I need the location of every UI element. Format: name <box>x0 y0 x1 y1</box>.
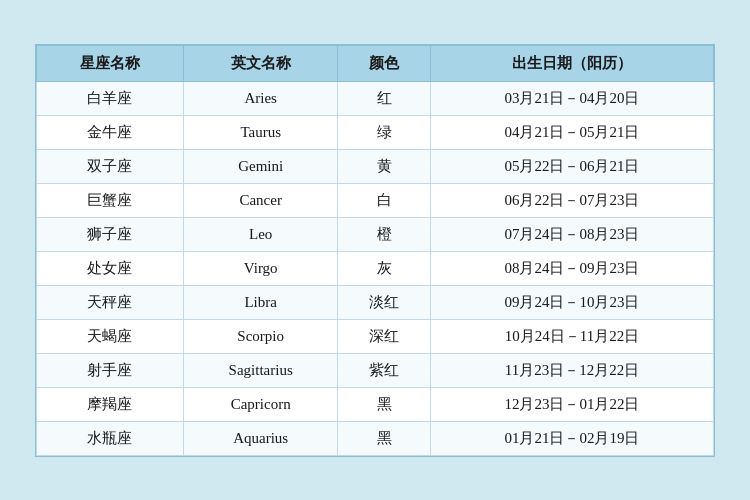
cell-dates: 04月21日－05月21日 <box>430 115 713 149</box>
zodiac-table-container: 星座名称 英文名称 颜色 出生日期（阳历） 白羊座Aries红03月21日－04… <box>35 44 715 457</box>
cell-color: 橙 <box>338 217 431 251</box>
table-row: 白羊座Aries红03月21日－04月20日 <box>37 81 714 115</box>
cell-english-name: Taurus <box>183 115 338 149</box>
cell-english-name: Leo <box>183 217 338 251</box>
header-english-name: 英文名称 <box>183 45 338 81</box>
cell-color: 紫红 <box>338 353 431 387</box>
cell-dates: 03月21日－04月20日 <box>430 81 713 115</box>
cell-chinese-name: 巨蟹座 <box>37 183 184 217</box>
header-color: 颜色 <box>338 45 431 81</box>
cell-color: 黄 <box>338 149 431 183</box>
cell-chinese-name: 水瓶座 <box>37 421 184 455</box>
table-row: 摩羯座Capricorn黑12月23日－01月22日 <box>37 387 714 421</box>
cell-chinese-name: 狮子座 <box>37 217 184 251</box>
cell-dates: 01月21日－02月19日 <box>430 421 713 455</box>
table-row: 巨蟹座Cancer白06月22日－07月23日 <box>37 183 714 217</box>
cell-english-name: Aries <box>183 81 338 115</box>
cell-chinese-name: 射手座 <box>37 353 184 387</box>
cell-english-name: Virgo <box>183 251 338 285</box>
cell-english-name: Cancer <box>183 183 338 217</box>
cell-color: 黑 <box>338 387 431 421</box>
cell-chinese-name: 摩羯座 <box>37 387 184 421</box>
cell-color: 深红 <box>338 319 431 353</box>
cell-color: 淡红 <box>338 285 431 319</box>
cell-dates: 11月23日－12月22日 <box>430 353 713 387</box>
table-row: 金牛座Taurus绿04月21日－05月21日 <box>37 115 714 149</box>
table-row: 天蝎座Scorpio深红10月24日－11月22日 <box>37 319 714 353</box>
table-row: 狮子座Leo橙07月24日－08月23日 <box>37 217 714 251</box>
table-body: 白羊座Aries红03月21日－04月20日金牛座Taurus绿04月21日－0… <box>37 81 714 455</box>
cell-english-name: Scorpio <box>183 319 338 353</box>
table-row: 双子座Gemini黄05月22日－06月21日 <box>37 149 714 183</box>
cell-color: 红 <box>338 81 431 115</box>
cell-dates: 08月24日－09月23日 <box>430 251 713 285</box>
cell-chinese-name: 天秤座 <box>37 285 184 319</box>
cell-dates: 07月24日－08月23日 <box>430 217 713 251</box>
cell-chinese-name: 金牛座 <box>37 115 184 149</box>
zodiac-table: 星座名称 英文名称 颜色 出生日期（阳历） 白羊座Aries红03月21日－04… <box>36 45 714 456</box>
table-row: 天秤座Libra淡红09月24日－10月23日 <box>37 285 714 319</box>
cell-chinese-name: 白羊座 <box>37 81 184 115</box>
cell-chinese-name: 天蝎座 <box>37 319 184 353</box>
cell-english-name: Libra <box>183 285 338 319</box>
cell-english-name: Gemini <box>183 149 338 183</box>
cell-english-name: Capricorn <box>183 387 338 421</box>
cell-dates: 12月23日－01月22日 <box>430 387 713 421</box>
cell-color: 绿 <box>338 115 431 149</box>
table-row: 射手座Sagittarius紫红11月23日－12月22日 <box>37 353 714 387</box>
cell-color: 白 <box>338 183 431 217</box>
table-row: 处女座Virgo灰08月24日－09月23日 <box>37 251 714 285</box>
header-birthdate: 出生日期（阳历） <box>430 45 713 81</box>
cell-chinese-name: 处女座 <box>37 251 184 285</box>
cell-chinese-name: 双子座 <box>37 149 184 183</box>
header-chinese-name: 星座名称 <box>37 45 184 81</box>
cell-dates: 10月24日－11月22日 <box>430 319 713 353</box>
cell-color: 黑 <box>338 421 431 455</box>
cell-dates: 06月22日－07月23日 <box>430 183 713 217</box>
cell-dates: 05月22日－06月21日 <box>430 149 713 183</box>
cell-english-name: Aquarius <box>183 421 338 455</box>
table-header-row: 星座名称 英文名称 颜色 出生日期（阳历） <box>37 45 714 81</box>
cell-dates: 09月24日－10月23日 <box>430 285 713 319</box>
table-row: 水瓶座Aquarius黑01月21日－02月19日 <box>37 421 714 455</box>
cell-english-name: Sagittarius <box>183 353 338 387</box>
cell-color: 灰 <box>338 251 431 285</box>
